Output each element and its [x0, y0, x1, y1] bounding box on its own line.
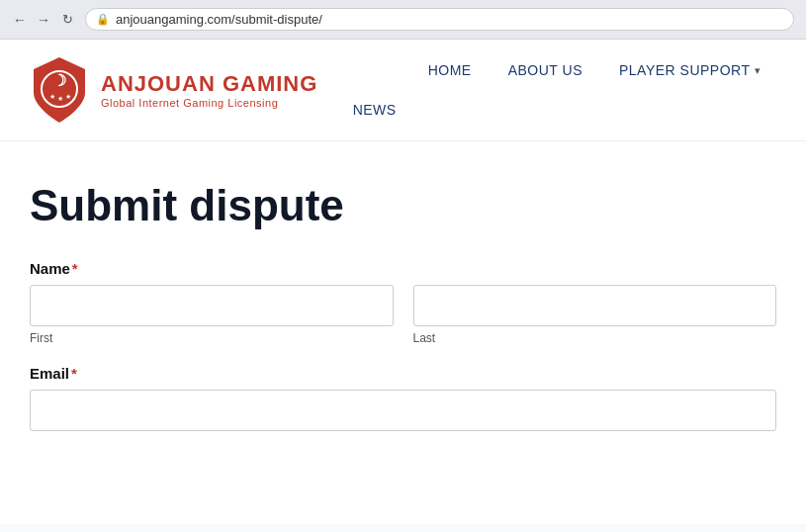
nav-item-player-support-label: PLAYER SUPPORT	[619, 62, 751, 78]
logo-area[interactable]: ☽ ★ ★ ★ ANJOUAN GAMING Global Internet G…	[30, 55, 317, 125]
first-name-input[interactable]	[30, 285, 394, 326]
dropdown-arrow-icon: ▾	[755, 64, 761, 77]
logo-title-part2: GAMING	[216, 71, 318, 96]
name-required-star: *	[72, 260, 78, 277]
page-content: ☽ ★ ★ ★ ANJOUAN GAMING Global Internet G…	[0, 40, 806, 524]
logo-title-part1: ANJOUAN	[101, 71, 216, 96]
address-bar[interactable]: 🔒 anjouangaming.com/submit-dispute/	[85, 8, 794, 31]
url-text: anjouangaming.com/submit-dispute/	[116, 12, 322, 27]
svg-text:★: ★	[57, 95, 63, 102]
refresh-button[interactable]: ↻	[59, 12, 75, 28]
logo-text: ANJOUAN GAMING Global Internet Gaming Li…	[101, 71, 317, 109]
submit-dispute-form: Name* First Last Email*	[30, 260, 776, 431]
svg-text:★: ★	[65, 93, 71, 100]
last-name-wrapper: Last	[413, 285, 777, 345]
last-name-sublabel: Last	[413, 331, 777, 345]
svg-text:★: ★	[49, 93, 55, 100]
logo-subtitle: Global Internet Gaming Licensing	[101, 97, 317, 109]
email-field-wrapper	[30, 390, 776, 431]
email-label: Email*	[30, 365, 776, 382]
email-required-star: *	[71, 365, 77, 382]
name-field-group: Name* First Last	[30, 260, 776, 345]
name-fields-row: First Last	[30, 285, 776, 345]
lock-icon: 🔒	[96, 13, 110, 26]
main-content: Submit dispute Name* First Last	[0, 141, 806, 471]
svg-text:☽: ☽	[52, 72, 66, 89]
main-nav: HOME ABOUT US PLAYER SUPPORT ▾ NEWS	[337, 54, 776, 126]
last-name-input[interactable]	[413, 285, 777, 326]
nav-item-about[interactable]: ABOUT US	[493, 54, 598, 86]
site-header: ☽ ★ ★ ★ ANJOUAN GAMING Global Internet G…	[0, 40, 806, 141]
logo-title: ANJOUAN GAMING	[101, 71, 317, 97]
nav-row-bottom: NEWS	[337, 94, 776, 126]
email-input[interactable]	[30, 390, 776, 431]
nav-item-player-support[interactable]: PLAYER SUPPORT ▾	[603, 54, 776, 86]
name-label-text: Name	[30, 260, 70, 277]
first-name-wrapper: First	[30, 285, 394, 345]
email-field-group: Email*	[30, 365, 776, 431]
nav-row-top: HOME ABOUT US PLAYER SUPPORT ▾	[337, 54, 776, 86]
name-label: Name*	[30, 260, 776, 277]
forward-button[interactable]: →	[36, 12, 51, 28]
browser-chrome: ← → ↻ 🔒 anjouangaming.com/submit-dispute…	[0, 0, 806, 40]
email-label-text: Email	[30, 365, 69, 382]
nav-item-home[interactable]: HOME	[412, 54, 488, 86]
nav-item-news[interactable]: NEWS	[337, 94, 412, 126]
browser-nav-buttons: ← → ↻	[12, 12, 75, 28]
logo-shield-icon: ☽ ★ ★ ★	[30, 55, 89, 125]
back-button[interactable]: ←	[12, 12, 28, 28]
page-title: Submit dispute	[30, 181, 776, 230]
first-name-sublabel: First	[30, 331, 394, 345]
